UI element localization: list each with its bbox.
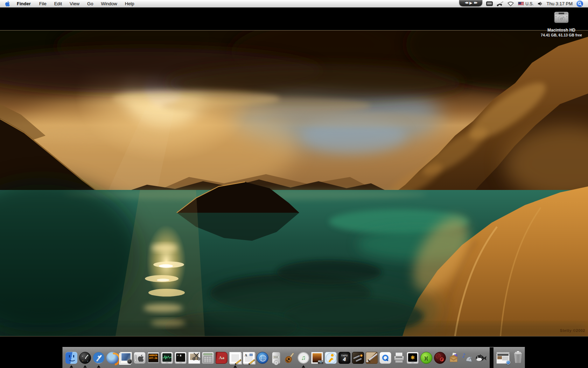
dock-item-shooter-game[interactable] — [352, 352, 364, 364]
trash-can-glyph — [511, 350, 525, 364]
dock-item-firefox[interactable] — [106, 352, 118, 364]
apple-remote-glyph — [135, 355, 136, 362]
minimized-window-thumbnail — [496, 352, 510, 364]
pages-icon: A — [243, 352, 255, 364]
grab-icon — [188, 352, 200, 364]
dock-item-quicktime[interactable] — [379, 352, 391, 364]
volume-menu-extra[interactable] — [538, 1, 543, 6]
menu-window[interactable]: Window — [97, 0, 121, 8]
aim-icon — [325, 352, 337, 364]
airport-menu-extra[interactable] — [507, 1, 514, 6]
letter-a-glyph: A — [245, 353, 247, 357]
textedit-icon — [229, 352, 241, 364]
dock-item-grab[interactable] — [188, 352, 200, 364]
dock-item-sword-game[interactable] — [366, 352, 378, 364]
dock-item-iphoto[interactable] — [120, 352, 132, 364]
dock-item-finder[interactable] — [65, 352, 77, 364]
running-indicator — [70, 365, 73, 368]
radio-satellite-icon: ♪ — [461, 352, 473, 364]
led-sign-line1: WARNIN — [149, 354, 158, 357]
parentheses-glyph: )( — [425, 355, 428, 361]
spotlight-button[interactable] — [576, 0, 583, 7]
dock-item-dvd-player[interactable]: DVD — [270, 352, 282, 364]
dock-item-dictionary[interactable]: Aa — [216, 352, 227, 364]
itunes-previous-button[interactable]: ◀◀ — [465, 0, 468, 6]
menubar-clock[interactable]: Thu 3:17 PM — [547, 1, 573, 6]
menu-finder[interactable]: Finder — [13, 0, 35, 8]
menu-file[interactable]: File — [35, 0, 50, 8]
dock-item-calculator[interactable] — [202, 352, 214, 364]
modem-menu-extra[interactable] — [497, 1, 503, 6]
dock-item-activity-monitor[interactable] — [161, 352, 173, 364]
dock-item-led-sign[interactable]: WARNIN AY7:36 A — [147, 352, 159, 364]
apple-silhouette-glyph — [138, 354, 144, 362]
dock-item-front-row[interactable] — [134, 352, 146, 364]
globe-glyph — [257, 352, 269, 364]
dock-item-thps4[interactable]: THPS 4 — [338, 352, 350, 364]
calculator-icon — [202, 352, 214, 364]
dock-item-installer-box-app[interactable] — [448, 352, 460, 364]
running-indicator — [233, 365, 237, 368]
us-flag-icon — [518, 2, 524, 6]
pufferfish-glyph — [475, 353, 487, 363]
running-indicator — [83, 365, 87, 368]
safari-icon — [93, 352, 105, 364]
dock-item-garageband[interactable] — [284, 352, 296, 364]
dock-item-trash[interactable] — [511, 352, 525, 364]
dock-item-red-target-app[interactable] — [434, 352, 446, 364]
green-sphere-icon: )( — [420, 352, 432, 364]
sword-game-icon — [366, 352, 378, 364]
hard-drive-icon — [553, 11, 569, 25]
displays-menu-extra[interactable] — [486, 1, 493, 6]
shooter-game-icon — [352, 352, 364, 364]
dock-item-internet-connect[interactable] — [257, 352, 268, 364]
dock-item-textedit[interactable] — [229, 352, 241, 364]
menu-go[interactable]: Go — [83, 0, 97, 8]
running-indicator — [302, 365, 305, 368]
dock: WARNIN AY7:36 A > — [62, 347, 525, 368]
dock-item-photo-camera-app[interactable] — [311, 352, 323, 364]
dock-minimized-safari-window[interactable] — [496, 352, 510, 364]
itunes-next-button[interactable]: ▶▶ — [474, 0, 477, 6]
thps4-icon: THPS 4 — [338, 352, 350, 364]
wallpaper-art — [0, 30, 588, 336]
dock-item-gold-screen-game[interactable]: ✱ — [407, 352, 419, 364]
iphoto-icon — [120, 352, 132, 364]
music-notes-glyph: ♫ — [301, 354, 306, 361]
terminal-icon: > — [175, 352, 187, 364]
wallpaper-watermark: Stetty ©2002 — [560, 328, 585, 333]
running-indicator — [97, 365, 100, 368]
input-source-menu[interactable]: U.S. — [518, 1, 533, 6]
garageband-icon — [284, 352, 296, 364]
svg-text:♪: ♪ — [462, 352, 465, 359]
open-box-glyph — [448, 352, 460, 364]
dock-item-fugu[interactable] — [475, 352, 487, 364]
desktop-icon-macintosh-hd[interactable]: Macintosh HD 74.41 GB, 61.13 GB free — [540, 11, 583, 37]
volume-name-label: Macintosh HD — [540, 28, 583, 33]
menu-help[interactable]: Help — [121, 0, 138, 8]
menu-view[interactable]: View — [66, 0, 83, 8]
dock-item-itunes[interactable]: ♫ — [298, 352, 309, 364]
dock-item-pages[interactable]: A — [243, 352, 255, 364]
input-source-label: U.S. — [525, 1, 533, 6]
itunes-play-button[interactable]: ▶ — [469, 0, 472, 6]
thps-number-text: 4 — [343, 357, 346, 361]
apple-logo-icon — [5, 1, 10, 7]
dock-item-terminal[interactable]: > — [175, 352, 187, 364]
dock-item-safari[interactable] — [93, 352, 105, 364]
front-row-icon — [134, 352, 146, 364]
printer-icon — [393, 352, 405, 364]
gun-glyph — [356, 358, 362, 362]
menu-edit[interactable]: Edit — [50, 0, 66, 8]
dock-item-radio-satellite-app[interactable]: ♪ — [461, 352, 473, 364]
dock-item-printer-setup[interactable] — [393, 352, 405, 364]
apple-menu[interactable] — [0, 0, 13, 8]
volume-info-label: 74.41 GB, 61.13 GB free — [540, 33, 583, 37]
guitar-glyph — [284, 352, 296, 364]
dock-item-green-sphere-app[interactable]: )( — [420, 352, 432, 364]
camera-glyph — [318, 360, 323, 364]
desktop-wallpaper[interactable]: Stetty ©2002 — [0, 30, 588, 336]
dock-item-dashboard[interactable] — [79, 352, 91, 364]
led-sign-icon: WARNIN AY7:36 A — [147, 352, 159, 364]
dock-item-aim[interactable] — [325, 352, 337, 364]
